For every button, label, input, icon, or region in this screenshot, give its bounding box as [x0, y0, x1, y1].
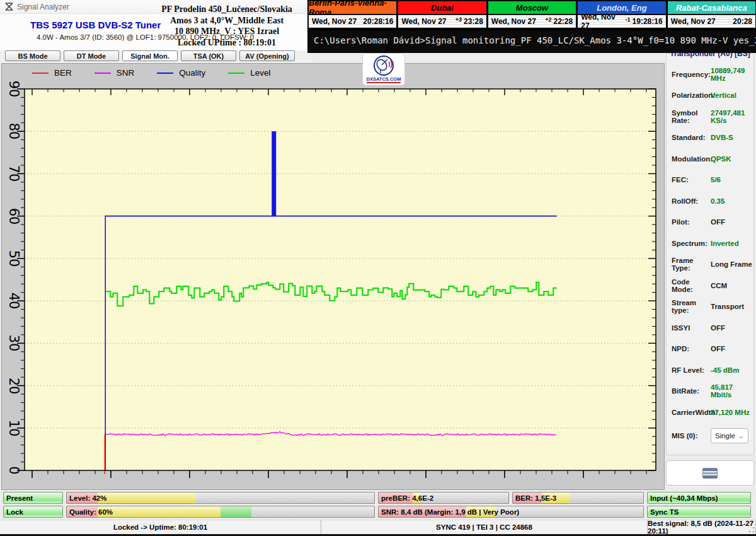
param-label: RollOff: [672, 197, 711, 205]
param-label: Pilot: [672, 218, 711, 226]
transponder-row-modulation: Modulation:QPSK [672, 148, 752, 170]
clock-time: Wed, Nov 2720:28 [668, 15, 755, 28]
meter-label: Level: 42% [69, 492, 106, 503]
mis-label: MIS (0): [672, 432, 711, 440]
param-label: Stream type: [672, 299, 711, 314]
param-label: Modulation: [672, 155, 711, 163]
tab-dt-mode[interactable]: DT Mode [64, 50, 119, 61]
clock-time-value: -119:28:16 [626, 17, 663, 26]
param-value: 10889,749 MHz [711, 67, 752, 82]
stream-info-button[interactable] [666, 460, 754, 486]
clock-time-value: +323:28 [455, 17, 483, 26]
tab-av-opening[interactable]: AV (Opening) [239, 50, 295, 61]
clock-dubai: DubaiWed, Nov 27+323:28 [397, 0, 486, 30]
site-info: PF Prodelin 450_Lučenec/Slovakia Amos 3 … [146, 4, 307, 48]
meter-label: SNR: 8,4 dB (Margin: 1,9 dB | Very Poor) [381, 506, 519, 517]
y-tick-90: 90 [7, 79, 21, 98]
transponder-row-fec: FEC:5/6 [672, 170, 752, 191]
utc-offset: -1 [626, 16, 631, 23]
tuner-title: TBS 5927 USB DVB-S2 Tuner [30, 20, 161, 30]
legend-item-quality: Quality [157, 68, 205, 78]
transponder-row-standard: Standard:DVB-S [672, 127, 752, 149]
y-tick-50: 50 [7, 249, 21, 268]
transponder-row-rf-level: RF Level:-45 dBm [672, 359, 752, 381]
clock-time-value: 20:28:16 [363, 17, 393, 26]
legend-label: SNR [117, 68, 135, 78]
param-label: Spectrum: [672, 240, 711, 247]
transponder-row-issyi: ISSYIOFF [672, 317, 752, 339]
transponder-row-carrierwidth: CarrierWidth:37,120 MHz [672, 402, 752, 423]
time-text: 22:28 [554, 17, 573, 26]
clock-time: Wed, Nov 27+222:28 [488, 15, 576, 28]
meter-snr: SNR: 8,4 dB (Margin: 1,9 dB | Very Poor) [378, 506, 644, 518]
window-title: Signal Analyzer [17, 3, 69, 11]
transponder-panel: Transponder (A0) [BS] Frequency:10889,74… [666, 53, 754, 455]
indicator-lock: Lock [3, 506, 63, 518]
dxsatcs-logo: DXSATCS.COM [362, 53, 405, 86]
param-value: 45,817 Mbit/s [711, 383, 752, 399]
param-label: Polarization: [672, 91, 711, 99]
indicator-input-40-34-mbps: Input (~40,34 Mbps) [647, 492, 751, 504]
world-clocks: Berlin-Paris-Vienna-RomaWed, Nov 2720:28… [307, 0, 756, 30]
param-value: CCM [711, 282, 727, 289]
param-label: NPD: [672, 345, 711, 352]
clock-date: Wed, Nov 27 [581, 13, 625, 30]
site-line-1: PF Prodelin 450_Lučenec/Slovakia [146, 4, 307, 15]
transponder-row-polarization: Polarization:Vertical [672, 85, 752, 107]
param-label: Code Mode: [672, 278, 711, 293]
clock-london-eng: London, EngWed, Nov 27-119:28:16 [576, 0, 666, 30]
site-line-3: 10 890 MHz_V : YES Izrael [146, 26, 307, 37]
y-tick-70: 70 [7, 164, 21, 183]
time-text: 20:28:16 [363, 17, 393, 26]
chevron-down-icon: ⌄ [738, 433, 744, 439]
param-value: OFF [711, 324, 725, 332]
tab-bs-mode[interactable]: BS Mode [5, 50, 60, 61]
param-value: -45 dBm [711, 366, 739, 374]
param-value: 5/6 [711, 176, 721, 184]
tuner-header: TBS 5927 USB DVB-S2 Tuner 4.0W - Amos 3/… [0, 14, 307, 50]
resize-grip[interactable] [748, 527, 755, 533]
clock-time: Wed, Nov 27+323:28 [398, 15, 486, 28]
meter-quality: Quality: 60% [66, 506, 375, 518]
transponder-row-frame-type: Frame Type:Long Frame [672, 254, 752, 276]
mis-select[interactable]: Single ⌄ [711, 428, 748, 443]
legend-swatch [32, 73, 49, 74]
transponder-row-npd: NPD:OFF [672, 339, 752, 360]
param-label: Frame Type: [672, 257, 711, 272]
terminal-window[interactable]: Berlin-Paris-Vienna-RomaWed, Nov 2720:28… [307, 0, 756, 53]
y-tick-30: 30 [7, 334, 21, 352]
tab-signal-mon[interactable]: Signal Mon. [122, 50, 178, 61]
meter-ber: BER: 1,5E-3 [512, 492, 644, 504]
transponder-row-pilot: Pilot:OFF [672, 212, 752, 233]
y-tick-20: 20 [7, 376, 21, 395]
meter-label: Quality: 60% [69, 506, 113, 517]
terminal-prompt: C:\Users\Roman Dávid>Signal monitoring_P… [314, 35, 756, 45]
meter-level: Level: 42% [66, 492, 375, 504]
param-value: DVB-S [711, 134, 733, 141]
indicator-row-2: LockQuality: 60%SNR: 8,4 dB (Margin: 1,9… [3, 506, 751, 518]
utc-offset: +2 [545, 16, 551, 23]
transponder-row-code-mode: Code Mode:CCM [672, 275, 752, 296]
y-tick-80: 80 [7, 122, 21, 141]
legend-swatch [157, 73, 173, 74]
stream-list-icon [702, 468, 718, 479]
y-tick-60: 60 [7, 207, 21, 226]
transponder-rows: Frequency:10889,749 MHzPolarization:Vert… [672, 64, 752, 423]
param-label: Symbol Rate: [672, 109, 711, 124]
status-lock-uptime: Locked -> Uptime: 80:19:01 [0, 520, 321, 534]
meter-label: preBER: 4,6E-2 [381, 492, 433, 503]
legend-item-ber: BER [32, 68, 72, 78]
y-tick-10: 10 [7, 419, 21, 438]
site-line-4: Locked UPtime : 80:19:01 [146, 37, 307, 49]
transponder-row-spectrum: Spectrum:Inverted [672, 233, 752, 254]
clock-rabat-casablanca: Rabat-CasablancaWed, Nov 2720:28 [667, 0, 756, 30]
param-value: OFF [711, 345, 725, 352]
status-bar: Locked -> Uptime: 80:19:01 SYNC 419 | TE… [0, 520, 756, 534]
mis-value: Single [715, 432, 735, 440]
status-best-signal: Best signal: 8,5 dB (2024-11-27 20:11) [648, 520, 756, 534]
tab-tsa-ok[interactable]: TSA (OK) [181, 50, 236, 61]
clock-date: Wed, Nov 27 [491, 17, 536, 26]
clock-date: Wed, Nov 27 [401, 17, 446, 26]
y-tick-0: 0 [7, 461, 21, 480]
utc-offset: +3 [455, 16, 462, 23]
